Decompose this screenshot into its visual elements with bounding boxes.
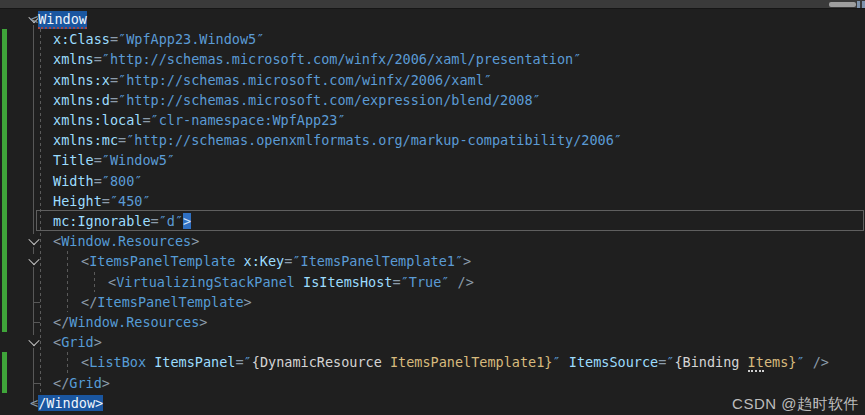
code-token: x:Class: [53, 31, 110, 47]
code-line[interactable]: xmlns=″http://schemas.microsoft.com/winf…: [0, 49, 865, 70]
code-lines: <Windowx:Class=″WpfApp23.Window5″xmlns=″…: [0, 9, 865, 415]
code-token: /Window>: [38, 395, 103, 411]
code-token: It: [748, 354, 764, 372]
code-token: ″: [796, 354, 804, 370]
code-token: xmlns:local: [53, 112, 142, 128]
code-token: IsItemsHost: [303, 274, 392, 290]
code-line[interactable]: Height=″450″: [0, 191, 865, 212]
code-editor[interactable]: <Windowx:Class=″WpfApp23.Window5″xmlns=″…: [0, 9, 865, 415]
code-line[interactable]: </ItemsPanelTemplate>: [0, 292, 865, 313]
code-token: =: [118, 132, 126, 148]
code-token: <: [53, 233, 61, 249]
code-token: =: [110, 31, 118, 47]
code-token: =: [94, 152, 102, 168]
code-token: Grid: [69, 375, 102, 391]
code-line[interactable]: xmlns:d=″http://schemas.microsoft.com/ex…: [0, 90, 865, 111]
code-token: {DynamicResource: [252, 354, 390, 370]
code-token: =: [142, 112, 150, 128]
code-token: ems}: [764, 354, 797, 370]
code-line[interactable]: Width=″800″: [0, 171, 865, 192]
watermark: CSDN @趋时软件: [732, 395, 859, 414]
code-token: =: [110, 92, 118, 108]
code-line[interactable]: Title=″Window5″: [0, 150, 865, 171]
code-token: xmlns:x: [53, 72, 110, 88]
code-token: [146, 354, 154, 370]
code-token: ″ItemsPanelTemplate1″: [292, 253, 463, 269]
code-token: xmlns:mc: [53, 132, 118, 148]
code-line[interactable]: <Window.Resources>: [0, 231, 865, 252]
code-token: ″: [244, 354, 252, 370]
code-line[interactable]: <ListBox ItemsPanel=″{DynamicResource It…: [0, 352, 865, 373]
code-token: >: [199, 314, 207, 330]
code-token: ″True″: [401, 274, 450, 290]
code-token: >: [94, 334, 102, 350]
code-token: ListBox: [89, 354, 146, 370]
code-token: Window.Resources: [69, 314, 199, 330]
code-token: Title: [53, 152, 94, 168]
code-token: ItemsPanelTemplate: [89, 253, 235, 269]
code-token: >: [102, 375, 110, 391]
code-token: Grid: [61, 334, 94, 350]
code-line[interactable]: xmlns:local=″clr-namespace:WpfApp23″: [0, 110, 865, 131]
code-token: >: [463, 253, 471, 269]
code-token: </: [81, 294, 97, 310]
code-token: >: [244, 294, 252, 310]
code-token: ItemsPanel: [154, 354, 235, 370]
code-token: {Binding: [674, 354, 747, 370]
code-token: Width: [53, 173, 94, 189]
code-line[interactable]: </Window.Resources>: [0, 312, 865, 333]
code-token: ItemsPanelTemplate1}: [390, 354, 553, 370]
code-token: <: [81, 354, 89, 370]
code-line[interactable]: xmlns:mc=″http://schemas.openxmlformats.…: [0, 130, 865, 151]
code-token: </: [53, 314, 69, 330]
code-line[interactable]: </Grid>: [0, 373, 865, 394]
code-line[interactable]: <ItemsPanelTemplate x:Key=″ItemsPanelTem…: [0, 251, 865, 272]
code-line[interactable]: <VirtualizingStackPanel IsItemsHost=″Tru…: [0, 272, 865, 293]
code-line[interactable]: <Window: [0, 9, 865, 30]
code-token: </: [53, 375, 69, 391]
code-token: ″http://schemas.openxmlformats.org/marku…: [126, 132, 622, 148]
code-token: ″http://schemas.microsoft.com/expression…: [118, 92, 541, 108]
code-token: />: [449, 274, 473, 290]
code-token: />: [805, 354, 829, 370]
scrollbar-thumb[interactable]: [829, 2, 856, 7]
code-token: ″http://schemas.microsoft.com/winfx/2006…: [102, 51, 582, 67]
code-token: Window: [38, 11, 87, 29]
code-token: ″Window5″: [102, 152, 175, 168]
code-token: ″WpfApp23.Window5″: [118, 31, 264, 47]
code-token: ″: [552, 354, 560, 370]
code-token: ItemsSource: [569, 354, 658, 370]
code-token: [561, 354, 569, 370]
code-token: ″800″: [102, 173, 143, 189]
code-token: ″d″: [159, 213, 183, 229]
code-token: =: [102, 193, 110, 209]
code-token: <: [30, 395, 38, 411]
scrollbar-corner-icon: [857, 1, 860, 8]
code-line[interactable]: xmlns:x=″http://schemas.microsoft.com/wi…: [0, 70, 865, 91]
code-token: <: [53, 334, 61, 350]
code-token: ″450″: [110, 193, 151, 209]
code-token: =: [235, 354, 243, 370]
code-token: <: [81, 253, 89, 269]
horizontal-scrollbar: [0, 0, 865, 9]
code-line[interactable]: mc:Ignorable=″d″>: [0, 211, 865, 232]
code-token: >: [183, 213, 191, 229]
code-token: <: [108, 274, 116, 290]
code-token: Window.Resources: [61, 233, 191, 249]
code-token: VirtualizingStackPanel: [116, 274, 295, 290]
code-token: mc:Ignorable: [53, 213, 151, 229]
code-token: x:Key: [244, 253, 285, 269]
code-token: ″clr-namespace:WpfApp23″: [151, 112, 346, 128]
code-token: ItemsPanelTemplate: [97, 294, 243, 310]
code-token: =: [94, 173, 102, 189]
code-token: >: [191, 233, 199, 249]
code-token: ″http://schemas.microsoft.com/winfx/2006…: [118, 72, 492, 88]
code-token: xmlns: [53, 51, 94, 67]
code-token: Height: [53, 193, 102, 209]
code-token: <: [30, 11, 38, 27]
code-token: xmlns:d: [53, 92, 110, 108]
code-token: [295, 274, 303, 290]
code-token: =: [94, 51, 102, 67]
code-line[interactable]: <Grid>: [0, 332, 865, 353]
code-line[interactable]: x:Class=″WpfApp23.Window5″: [0, 29, 865, 50]
